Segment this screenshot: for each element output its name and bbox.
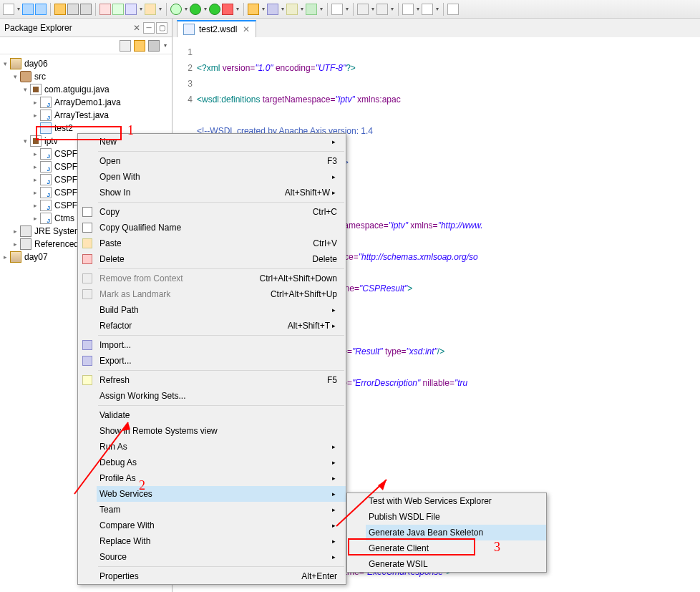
export-icon <box>82 356 92 366</box>
menu-open-with[interactable]: Open With▸ <box>78 169 346 185</box>
pin-icon[interactable] <box>447 4 459 15</box>
menu-export[interactable]: Export... <box>78 353 346 369</box>
menu-compare[interactable]: Compare With▸ <box>78 518 346 533</box>
menu-refactor[interactable]: RefactorAlt+Shift+T▸ <box>78 318 346 334</box>
dropdown-icon[interactable]: ▾ <box>157 4 162 15</box>
dropdown-icon[interactable]: ▾ <box>235 4 240 15</box>
annotation-label-3: 3 <box>494 540 500 555</box>
menu-import[interactable]: Import... <box>78 337 346 353</box>
paste-icon <box>82 238 92 248</box>
submenu-gen-wsil[interactable]: Generate WSIL <box>347 556 546 572</box>
dropdown-icon[interactable]: ▾ <box>434 4 439 15</box>
menu-replace[interactable]: Replace With▸ <box>78 533 346 549</box>
tool-icon[interactable] <box>306 4 317 15</box>
tool-icon[interactable] <box>376 4 388 15</box>
menu-properties[interactable]: PropertiesAlt+Enter <box>78 568 346 584</box>
forward-icon[interactable] <box>422 4 433 15</box>
menu-web-services[interactable]: Web Services▸ <box>78 486 346 502</box>
web-services-submenu: Test with Web Services Explorer Publish … <box>346 492 547 573</box>
refresh-icon <box>82 375 92 385</box>
menu-profile-as[interactable]: Profile As▸ <box>78 470 346 486</box>
menu-refresh[interactable]: RefreshF5 <box>78 372 346 388</box>
dropdown-icon[interactable]: ▾ <box>299 4 304 15</box>
link-editor-icon[interactable] <box>134 40 145 52</box>
dropdown-icon[interactable]: ▾ <box>389 4 394 15</box>
tool-icon[interactable] <box>67 4 79 15</box>
collapse-all-icon[interactable] <box>120 40 131 52</box>
dropdown-icon[interactable]: ▾ <box>261 4 266 15</box>
view-toolbar: ▾ <box>0 37 172 54</box>
java-file[interactable]: ▸ArrayTest.java <box>0 109 172 122</box>
wsdl-icon <box>183 24 195 35</box>
menu-paste[interactable]: PasteCtrl+V <box>78 236 346 251</box>
new-server-icon[interactable] <box>248 4 259 15</box>
save-icon[interactable] <box>22 4 34 15</box>
submenu-gen-skeleton[interactable]: Generate Java Bean Skeleton <box>347 525 546 540</box>
run-icon[interactable] <box>190 4 201 15</box>
delete-icon <box>82 254 92 264</box>
save-all-icon[interactable] <box>35 4 47 15</box>
stop-icon[interactable] <box>222 4 233 15</box>
submenu-gen-client[interactable]: Generate Client <box>347 540 546 556</box>
dropdown-icon[interactable]: ▾ <box>183 4 188 15</box>
focus-task-icon[interactable] <box>148 40 160 52</box>
tool-icon[interactable] <box>80 4 92 15</box>
menu-new[interactable]: New▸ <box>78 134 346 150</box>
menu-remove-context: Remove from ContextCtrl+Alt+Shift+Down <box>78 271 346 286</box>
src-node[interactable]: ▾src <box>0 70 172 83</box>
menu-assign-ws[interactable]: Assign Working Sets... <box>78 388 346 404</box>
dropdown-icon[interactable]: ▾ <box>16 4 21 15</box>
new-icon[interactable] <box>3 4 14 15</box>
tool-icon[interactable] <box>357 4 369 15</box>
tool-icon[interactable] <box>54 4 66 15</box>
back-icon[interactable] <box>402 4 414 15</box>
close-tab-icon[interactable]: ✕ <box>240 24 250 34</box>
dropdown-icon[interactable]: ▾ <box>280 4 285 15</box>
minimize-icon[interactable]: ─ <box>143 22 155 34</box>
submenu-test-ws[interactable]: Test with Web Services Explorer <box>347 493 546 509</box>
main-toolbar: ▾ ▾ ▾ ▾ ▾ ▾ ▾ ▾ ▾ ▾ ▾ ▾ ▾ ▾ ▾ <box>0 0 700 19</box>
run-last-icon[interactable] <box>209 4 220 15</box>
dropdown-icon[interactable]: ▾ <box>415 4 420 15</box>
java-file[interactable]: ▸ArrayDemo1.java <box>0 96 172 109</box>
copy-icon <box>82 207 92 217</box>
editor-tab[interactable]: test2.wsdl ✕ <box>177 20 256 37</box>
tool-icon[interactable] <box>112 4 124 15</box>
menu-show-rsv[interactable]: Show in Remote Systems view <box>78 423 346 439</box>
menu-build-path[interactable]: Build Path▸ <box>78 302 346 318</box>
debug-icon[interactable] <box>170 4 182 15</box>
landmark-icon <box>82 289 92 299</box>
menu-delete[interactable]: DeleteDelete <box>78 251 346 267</box>
tool-icon[interactable] <box>99 4 111 15</box>
menu-debug-as[interactable]: Debug As▸ <box>78 455 346 470</box>
submenu-publish-wsdl[interactable]: Publish WSDL File <box>347 509 546 525</box>
view-menu-icon[interactable]: ▾ <box>162 40 167 52</box>
dropdown-icon[interactable]: ▾ <box>319 4 324 15</box>
project-node[interactable]: ▾day06 <box>0 57 172 70</box>
menu-open[interactable]: OpenF3 <box>78 153 346 169</box>
search-icon[interactable] <box>331 4 343 15</box>
menu-validate[interactable]: Validate <box>78 407 346 423</box>
tool-icon[interactable] <box>286 4 298 15</box>
close-icon[interactable]: ✕ <box>130 23 143 33</box>
maximize-icon[interactable]: ▢ <box>156 22 167 34</box>
dropdown-icon[interactable]: ▾ <box>370 4 375 15</box>
menu-copy[interactable]: CopyCtrl+C <box>78 204 346 220</box>
import-icon <box>82 340 92 350</box>
dropdown-icon[interactable]: ▾ <box>138 4 143 15</box>
editor-tabbar: test2.wsdl ✕ <box>172 19 700 37</box>
menu-run-as[interactable]: Run As▸ <box>78 439 346 455</box>
menu-show-in[interactable]: Show InAlt+Shift+W▸ <box>78 185 346 200</box>
view-header: Package Explorer ✕ ─ ▢ <box>0 19 172 37</box>
menu-source[interactable]: Source▸ <box>78 549 346 565</box>
tool-icon[interactable] <box>125 4 137 15</box>
copy-icon <box>82 223 92 233</box>
dropdown-icon[interactable]: ▾ <box>203 4 208 15</box>
tool-icon[interactable] <box>145 4 156 15</box>
menu-copy-qname[interactable]: Copy Qualified Name <box>78 220 346 236</box>
tool-icon[interactable] <box>267 4 278 15</box>
package-node[interactable]: ▾com.atguigu.java <box>0 83 172 96</box>
menu-mark-landmark: Mark as LandmarkCtrl+Alt+Shift+Up <box>78 286 346 302</box>
dropdown-icon[interactable]: ▾ <box>344 4 349 15</box>
menu-team[interactable]: Team▸ <box>78 502 346 518</box>
